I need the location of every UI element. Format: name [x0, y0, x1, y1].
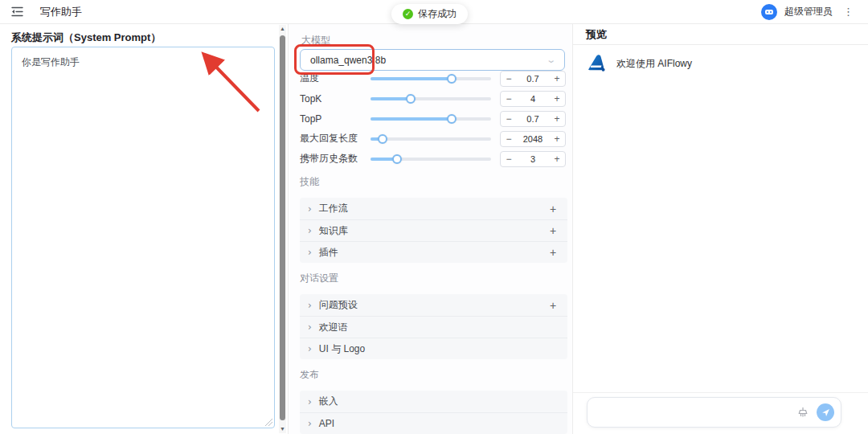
resize-grip[interactable] — [265, 419, 272, 426]
welcome-row: 欢迎使用 AIFlowy — [586, 53, 692, 74]
max-reply-length-stepper: −2048+ — [500, 131, 566, 147]
config-sections: 技能›工作流+›知识库+›插件+对话设置›问题预设+›欢迎语›UI 与 Logo… — [300, 175, 567, 434]
system-prompt-value: 你是写作助手 — [22, 56, 80, 68]
collapse-row-knowledge-base[interactable]: ›知识库+ — [300, 219, 567, 241]
topp-stepper: −0.7+ — [500, 111, 566, 127]
increase-button[interactable]: + — [549, 152, 565, 166]
decrease-button[interactable]: − — [501, 72, 517, 86]
increase-button[interactable]: + — [549, 112, 565, 126]
welcome-message: 欢迎使用 AIFlowy — [616, 57, 692, 71]
param-row-temperature: 温度−0.7+ — [300, 68, 566, 88]
param-row-topp: TopP−0.7+ — [300, 108, 566, 129]
slider-handle[interactable] — [447, 74, 457, 84]
decrease-button[interactable]: − — [501, 112, 517, 126]
param-value[interactable]: 2048 — [517, 134, 549, 144]
add-button[interactable]: + — [547, 246, 559, 259]
increase-button[interactable]: + — [549, 72, 565, 86]
param-row-history-count: 携带历史条数−3+ — [300, 149, 566, 169]
row-label: 欢迎语 — [319, 321, 348, 334]
chevron-right-icon: › — [308, 396, 312, 407]
system-prompt-heading: 系统提示词（System Prompt） — [11, 31, 161, 45]
kebab-menu-icon[interactable]: ⋮ — [840, 6, 857, 18]
user-avatar[interactable] — [761, 4, 777, 20]
chevron-right-icon: › — [308, 203, 312, 215]
param-label: 温度 — [300, 72, 371, 85]
row-label: 问题预设 — [319, 298, 358, 312]
system-prompt-input[interactable]: 你是写作助手 — [11, 47, 275, 428]
menu-fold-icon[interactable] — [11, 6, 24, 18]
decrease-button[interactable]: − — [501, 92, 517, 106]
slider-handle[interactable] — [447, 114, 457, 124]
model-config-panel: 大模型 ollama_qwen3:8b ⌄ 温度−0.7+TopK−4+TopP… — [288, 24, 573, 434]
preview-heading: 预览 — [573, 24, 868, 45]
system-prompt-panel: 系统提示词（System Prompt） 你是写作助手 ▲ ▼ — [0, 24, 288, 434]
chevron-right-icon: › — [308, 343, 312, 354]
decrease-button[interactable]: − — [501, 132, 517, 146]
param-label: TopP — [300, 113, 371, 125]
increase-button[interactable]: + — [549, 92, 565, 106]
chevron-right-icon: › — [308, 418, 312, 429]
user-name: 超级管理员 — [784, 5, 833, 18]
add-button[interactable]: + — [547, 203, 559, 215]
success-check-icon: ✓ — [403, 9, 413, 19]
topk-stepper: −4+ — [500, 91, 566, 107]
collapse-row-plugin[interactable]: ›插件+ — [300, 241, 567, 263]
param-value[interactable]: 4 — [517, 94, 549, 104]
history-count-stepper: −3+ — [500, 151, 566, 167]
save-success-toast: ✓ 保存成功 — [391, 4, 468, 24]
collapse-row-question-presets[interactable]: ›问题预设+ — [300, 294, 567, 316]
collapse-row-workflow[interactable]: ›工作流+ — [300, 198, 567, 219]
collapse-row-ui-logo[interactable]: ›UI 与 Logo — [300, 338, 567, 359]
collapse-row-embed[interactable]: ›嵌入 — [300, 391, 567, 412]
collapse-row-welcome-message[interactable]: ›欢迎语 — [300, 316, 567, 338]
slider-handle[interactable] — [406, 94, 416, 104]
send-button[interactable] — [817, 403, 834, 421]
row-label: 插件 — [319, 246, 338, 260]
slider-handle[interactable] — [392, 154, 402, 164]
temperature-stepper: −0.7+ — [500, 71, 566, 87]
decrease-button[interactable]: − — [501, 152, 517, 166]
page-title: 写作助手 — [40, 5, 82, 19]
param-row-max-reply-length: 最大回复长度−2048+ — [300, 129, 566, 149]
clear-chat-icon[interactable] — [797, 407, 809, 418]
scrollbar-thumb[interactable] — [280, 35, 285, 420]
topk-slider[interactable] — [371, 93, 491, 104]
row-label: 工作流 — [319, 202, 348, 215]
param-value[interactable]: 0.7 — [517, 114, 549, 124]
row-label: API — [319, 418, 334, 429]
collapse-row-api[interactable]: ›API — [300, 412, 567, 434]
row-label: 嵌入 — [319, 395, 338, 408]
assistant-config-page: 写作助手 ✓ 保存成功 超级管理员 ⋮ 系统提示词（System Prompt）… — [0, 0, 868, 434]
add-button[interactable]: + — [547, 224, 559, 237]
increase-button[interactable]: + — [549, 132, 565, 146]
param-label: 最大回复长度 — [300, 132, 371, 145]
param-label: 携带历史条数 — [300, 152, 371, 166]
preview-panel: 预览 欢迎使用 AIFlowy — [573, 24, 868, 434]
history-count-slider[interactable] — [371, 154, 491, 165]
param-value[interactable]: 3 — [517, 154, 549, 164]
chevron-right-icon: › — [308, 300, 312, 311]
slider-handle[interactable] — [378, 134, 387, 144]
section-title: 发布 — [300, 368, 567, 379]
topp-slider[interactable] — [371, 113, 491, 125]
model-select[interactable]: ollama_qwen3:8b ⌄ — [300, 49, 565, 71]
section-title: 对话设置 — [300, 272, 567, 283]
scroll-down-icon[interactable]: ▼ — [279, 425, 286, 433]
row-label: UI 与 Logo — [319, 342, 365, 356]
chevron-right-icon: › — [308, 321, 312, 333]
chevron-right-icon: › — [308, 225, 312, 236]
section-title: 技能 — [300, 175, 567, 186]
param-row-topk: TopK−4+ — [300, 88, 566, 108]
param-value[interactable]: 0.7 — [517, 74, 549, 84]
left-panel-scrollbar[interactable]: ▲ ▼ — [279, 25, 286, 433]
add-button[interactable]: + — [547, 299, 559, 312]
scroll-up-icon[interactable]: ▲ — [279, 25, 286, 33]
max-reply-length-slider[interactable] — [371, 133, 491, 145]
chat-message-input[interactable] — [587, 397, 841, 428]
chevron-right-icon: › — [308, 247, 312, 258]
row-label: 知识库 — [319, 224, 348, 238]
aiflowy-logo-icon — [586, 53, 607, 74]
topbar: 写作助手 ✓ 保存成功 超级管理员 ⋮ — [0, 0, 868, 24]
temperature-slider[interactable] — [371, 73, 491, 84]
model-params: 温度−0.7+TopK−4+TopP−0.7+最大回复长度−2048+携带历史条… — [300, 68, 566, 169]
